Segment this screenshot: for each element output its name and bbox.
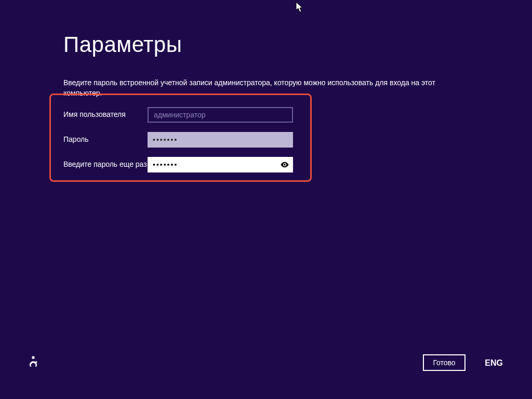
- ease-of-access-icon[interactable]: [26, 354, 41, 369]
- language-indicator[interactable]: ENG: [485, 358, 503, 368]
- done-button[interactable]: Готово: [423, 354, 466, 371]
- password-row: Пароль: [63, 132, 293, 148]
- password-label: Пароль: [63, 132, 148, 144]
- footer: Готово ENG: [0, 348, 532, 369]
- password-reveal-icon[interactable]: [280, 159, 290, 170]
- username-row: Имя пользователя: [63, 107, 293, 123]
- cursor-icon: [296, 2, 304, 13]
- confirm-password-field[interactable]: [148, 157, 293, 172]
- username-field: [148, 107, 293, 123]
- username-label: Имя пользователя: [63, 107, 148, 119]
- confirm-password-label: Введите пароль еще раз: [63, 157, 148, 169]
- instruction-text: Введите пароль встроенной учетной записи…: [63, 78, 469, 98]
- password-field[interactable]: [148, 132, 293, 148]
- confirm-password-row: Введите пароль еще раз: [63, 157, 293, 172]
- page-title: Параметры: [63, 32, 182, 57]
